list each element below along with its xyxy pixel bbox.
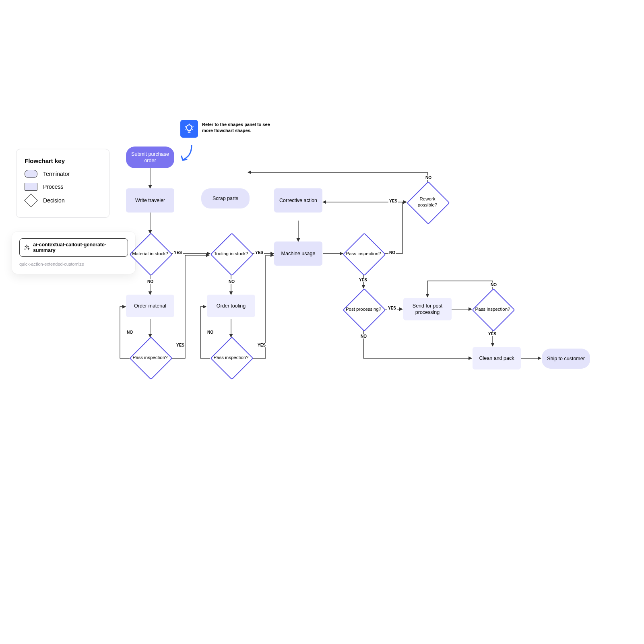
node-label: Material in stock? [132, 251, 168, 257]
edge-label: YES [254, 250, 264, 255]
node-order-tooling[interactable]: Order tooling [207, 295, 255, 317]
node-label: Pass inspection? [345, 251, 382, 257]
edge-label: YES [358, 278, 368, 282]
edge-label: YES [388, 199, 398, 203]
node-label: Clean and pack [479, 355, 514, 361]
node-label: Tooling in stock? [213, 251, 249, 257]
legend-label: Terminator [43, 171, 70, 177]
process-shape-icon [25, 183, 37, 191]
node-pass-inspection-tooling[interactable]: Pass inspection? [211, 337, 251, 378]
node-label: Corrective action [279, 197, 317, 204]
edge-label: NO [147, 279, 154, 284]
node-order-material[interactable]: Order material [126, 295, 174, 317]
node-clean-and-pack[interactable]: Clean and pack [473, 347, 521, 369]
node-rework-possible[interactable]: Rework possible? [407, 182, 448, 222]
node-label: Submit purchase order [126, 151, 174, 164]
node-label: Scrap parts [213, 195, 238, 202]
node-send-post-processing[interactable]: Send for post processing [403, 298, 452, 320]
legend-row-terminator: Terminator [25, 170, 101, 178]
edge-label: NO [228, 279, 235, 284]
node-label: Machine usage [281, 250, 316, 257]
edge-label: NO [425, 175, 432, 180]
flowchart-key-panel: Flowchart key Terminator Process Decisio… [16, 149, 109, 218]
edge-label: NO [388, 250, 396, 255]
connector-layer [0, 0, 644, 644]
legend-row-decision: Decision [25, 196, 101, 205]
node-pass-inspection-material[interactable]: Pass inspection? [130, 337, 170, 378]
edge-label: NO [490, 283, 497, 287]
node-pass-inspection-machine[interactable]: Pass inspection? [343, 233, 384, 274]
node-submit-purchase-order[interactable]: Submit purchase order [126, 147, 174, 168]
node-corrective-action[interactable]: Corrective action [274, 188, 322, 213]
edge-label: NO [360, 334, 367, 339]
edge-label: NO [126, 330, 134, 334]
node-scrap-parts[interactable]: Scrap parts [201, 188, 250, 208]
legend-title: Flowchart key [25, 157, 101, 164]
node-label: Ship to customer [547, 355, 585, 362]
legend-row-process: Process [25, 183, 101, 191]
node-label: Order material [134, 303, 166, 309]
node-label: Write traveler [135, 197, 165, 204]
node-label: Post processing? [345, 306, 382, 312]
node-label: Rework possible? [409, 196, 446, 208]
tip-text: Refer to the shapes panel to see more fl… [202, 122, 279, 134]
lightbulb-icon [184, 124, 194, 134]
sparkle-icon [24, 244, 30, 251]
tip-arrow-icon [180, 143, 196, 163]
edge-label: YES [175, 343, 185, 347]
node-material-in-stock[interactable]: Material in stock? [130, 233, 170, 274]
edge-label: YES [173, 250, 183, 255]
node-machine-usage[interactable]: Machine usage [274, 242, 322, 266]
legend-label: Process [43, 184, 64, 190]
node-label: Order tooling [217, 303, 246, 309]
terminator-shape-icon [25, 170, 37, 178]
decision-shape-icon [24, 194, 38, 207]
node-label: Pass inspection? [132, 355, 168, 361]
node-post-processing[interactable]: Post processing? [343, 289, 384, 329]
legend-label: Decision [43, 197, 65, 204]
node-pass-inspection-post[interactable]: Pass inspection? [473, 289, 513, 329]
ai-button-label: ai-contextual-callout-generate-summary [33, 242, 124, 253]
node-label: Pass inspection? [213, 355, 249, 361]
ai-generate-summary-button[interactable]: ai-contextual-callout-generate-summary [19, 238, 128, 257]
edge-label: YES [387, 306, 397, 310]
flowchart-canvas[interactable]: Flowchart key Terminator Process Decisio… [0, 0, 644, 644]
edge-label: NO [206, 330, 214, 334]
node-ship-to-customer[interactable]: Ship to customer [542, 349, 590, 369]
edge-label: YES [487, 332, 497, 336]
edge-label: YES [257, 343, 266, 347]
ai-subtext: quick-action-extended-customize [19, 262, 128, 266]
node-label: Pass inspection? [475, 306, 511, 312]
tip-badge [180, 120, 198, 138]
node-write-traveler[interactable]: Write traveler [126, 188, 174, 213]
node-tooling-in-stock[interactable]: Tooling in stock? [211, 233, 251, 274]
ai-callout-card: ai-contextual-callout-generate-summary q… [12, 232, 135, 274]
node-label: Send for post processing [403, 303, 452, 316]
